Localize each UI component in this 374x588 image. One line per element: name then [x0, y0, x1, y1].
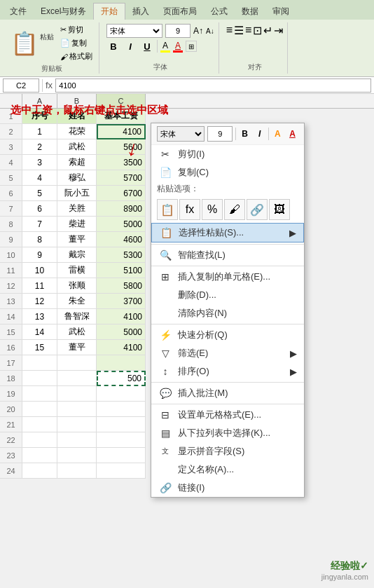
cell-b[interactable]: 索超: [57, 155, 97, 170]
cell-a[interactable]: [22, 402, 57, 417]
ctx-color-btn[interactable]: A: [272, 126, 284, 142]
ctx-smart-lookup[interactable]: 🔍 智能查找(L): [151, 246, 304, 264]
cell-a[interactable]: 1: [22, 124, 57, 139]
cell-a[interactable]: 3: [22, 155, 57, 170]
cell-b[interactable]: 董平: [57, 232, 97, 247]
cell-a[interactable]: [22, 432, 57, 448]
tab-file[interactable]: 文件: [3, 3, 34, 20]
ctx-font-color-btn[interactable]: A: [286, 126, 298, 142]
cut-button[interactable]: ✂ 剪切: [58, 24, 95, 36]
cell-b[interactable]: 柴进: [57, 217, 97, 232]
cell-a[interactable]: 12: [22, 294, 57, 309]
cell-b[interactable]: 张顺: [57, 278, 97, 294]
cell-c[interactable]: 5000: [97, 324, 146, 340]
cell-b[interactable]: [57, 417, 97, 432]
cell-c[interactable]: 6700: [97, 186, 146, 201]
align-center-icon[interactable]: ☰: [234, 24, 244, 37]
border-button[interactable]: ⊞: [186, 41, 197, 52]
cell-b[interactable]: 武松: [57, 139, 97, 155]
cell-a[interactable]: 10: [22, 263, 57, 278]
ctx-copy[interactable]: 📄 复制(C): [151, 163, 304, 182]
fx-icon[interactable]: fx: [46, 80, 53, 90]
ctx-phonetic[interactable]: 文 显示拼音字段(S): [151, 442, 304, 460]
ctx-bold-btn[interactable]: B: [239, 126, 251, 142]
cell-a[interactable]: 15: [22, 340, 57, 355]
cell-c[interactable]: [97, 417, 146, 432]
cell-c[interactable]: 5800: [97, 278, 146, 294]
cell-a[interactable]: 11: [22, 278, 57, 294]
ctx-sort[interactable]: ↕ 排序(O) ▶: [151, 362, 304, 381]
ctx-selective-paste[interactable]: 📋 选择性粘贴(S)... ▶: [151, 223, 304, 242]
cell-c[interactable]: 5700: [97, 170, 146, 186]
cell-a[interactable]: [22, 386, 57, 402]
cell-a[interactable]: [22, 371, 57, 386]
cell-b[interactable]: 阮小五: [57, 186, 97, 201]
underline-button[interactable]: U: [140, 39, 154, 53]
cell-c[interactable]: 5300: [97, 247, 146, 263]
paste-icon-3[interactable]: %: [202, 199, 223, 220]
tab-insert[interactable]: 插入: [125, 3, 156, 20]
ctx-font-select[interactable]: 宋体: [157, 126, 205, 142]
font-color-button[interactable]: A: [173, 41, 183, 53]
cell-b[interactable]: 花荣: [57, 124, 97, 139]
cell-a[interactable]: 8: [22, 232, 57, 247]
cell-b[interactable]: [57, 386, 97, 402]
ctx-insert-copied[interactable]: ⊞ 插入复制的单元格(E)...: [151, 268, 304, 286]
merge-cells-icon[interactable]: ⊡: [253, 24, 262, 37]
ctx-font-size[interactable]: [207, 126, 233, 142]
cell-c[interactable]: 5100: [97, 263, 146, 278]
cell-a[interactable]: [22, 463, 57, 479]
ctx-link[interactable]: 🔗 链接(I): [151, 479, 304, 497]
paste-icon-2[interactable]: fx: [179, 199, 200, 220]
fill-color-button[interactable]: A: [160, 41, 170, 53]
ctx-dropdown[interactable]: ▤ 从下拉列表中选择(K)...: [151, 424, 304, 442]
cell-c[interactable]: 3500: [97, 155, 146, 170]
ctx-define-name[interactable]: 定义名称(A)...: [151, 460, 304, 479]
ctx-italic-btn[interactable]: I: [254, 126, 265, 142]
tab-excel-finance[interactable]: Excel与财务: [34, 3, 93, 20]
cell-b[interactable]: 武松: [57, 324, 97, 340]
cell-a[interactable]: 4: [22, 170, 57, 186]
cell-c[interactable]: 5000: [97, 217, 146, 232]
ctx-quick-analysis[interactable]: ⚡ 快速分析(Q): [151, 326, 304, 344]
cell-a[interactable]: 13: [22, 309, 57, 324]
ctx-delete[interactable]: 删除(D)...: [151, 286, 304, 304]
cell-b[interactable]: 鲁智深: [57, 309, 97, 324]
cell-c[interactable]: [97, 463, 146, 479]
tab-review[interactable]: 审阅: [265, 3, 296, 20]
cell-a[interactable]: 7: [22, 217, 57, 232]
cell-c[interactable]: [97, 386, 146, 402]
italic-button[interactable]: I: [123, 39, 137, 53]
cell-b[interactable]: 朱全: [57, 294, 97, 309]
ctx-cell-format[interactable]: ⊟ 设置单元格格式(E)...: [151, 406, 304, 424]
paste-icon-5[interactable]: 🔗: [247, 199, 268, 220]
cell-a[interactable]: 14: [22, 324, 57, 340]
paste-button[interactable]: 📋 粘贴: [8, 31, 56, 56]
ctx-insert-comment[interactable]: 💬 插入批注(M): [151, 384, 304, 402]
wrap-text-icon[interactable]: ↵: [263, 24, 272, 37]
paste-icon-1[interactable]: 📋: [157, 199, 178, 220]
tab-home[interactable]: 开始: [93, 3, 125, 20]
cell-a[interactable]: [22, 355, 57, 371]
cell-a[interactable]: 5: [22, 186, 57, 201]
paste-icon-4[interactable]: 🖌: [224, 199, 245, 220]
cell-c[interactable]: 8900: [97, 201, 146, 217]
cell-a[interactable]: 9: [22, 247, 57, 263]
cell-c[interactable]: [97, 402, 146, 417]
tab-page-layout[interactable]: 页面布局: [156, 3, 204, 20]
cell-c[interactable]: [97, 355, 146, 371]
cell-a[interactable]: 6: [22, 201, 57, 217]
cell-reference[interactable]: C2: [3, 78, 39, 93]
cell-b[interactable]: [57, 432, 97, 448]
align-left-icon[interactable]: ≡: [226, 24, 233, 37]
copy-button[interactable]: 📄 复制: [58, 37, 95, 49]
cell-c[interactable]: [97, 432, 146, 448]
cell-b[interactable]: [57, 402, 97, 417]
cell-b[interactable]: 关胜: [57, 201, 97, 217]
indent-icon[interactable]: ⇥: [274, 24, 283, 37]
cell-c[interactable]: 4600: [97, 232, 146, 247]
cell-b[interactable]: 董平: [57, 340, 97, 355]
font-size-decrease[interactable]: A↓: [206, 27, 214, 35]
font-name-select[interactable]: 宋体: [106, 24, 162, 38]
paste-icon-6[interactable]: 🖼: [269, 199, 290, 220]
